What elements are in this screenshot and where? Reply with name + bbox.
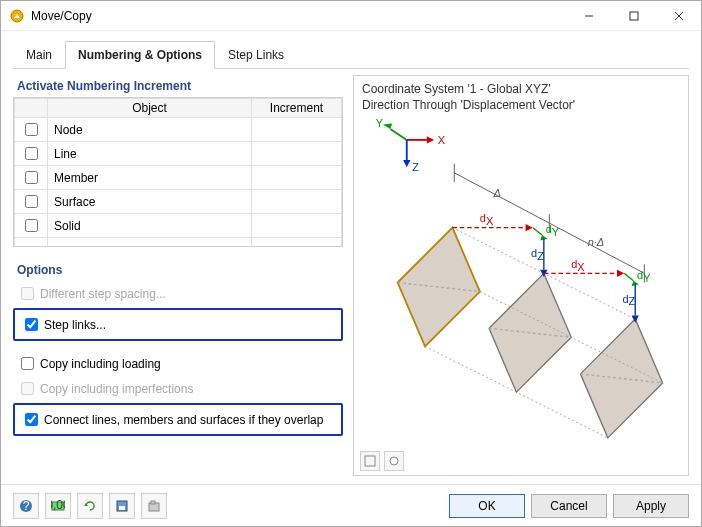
row-increment[interactable] (252, 214, 342, 238)
col-increment: Increment (252, 99, 342, 118)
close-button[interactable] (656, 1, 701, 31)
col-blank (15, 99, 48, 118)
row-increment[interactable] (252, 142, 342, 166)
svg-text:dZ: dZ (622, 293, 635, 308)
svg-rect-50 (119, 506, 125, 510)
maximize-button[interactable] (611, 1, 656, 31)
app-icon (9, 8, 25, 24)
option-connect-overlap[interactable]: Connect lines, members and surfaces if t… (17, 407, 339, 432)
row-increment[interactable] (252, 190, 342, 214)
option-copy-imperf: Copy including imperfections (13, 376, 343, 401)
svg-marker-10 (403, 160, 410, 167)
numbering-group-title: Activate Numbering Increment (17, 79, 343, 93)
titlebar: Move/Copy (1, 1, 701, 31)
help-button[interactable]: ? (13, 493, 39, 519)
svg-line-36 (624, 273, 633, 280)
options-group: Options Different step spacing... Step l… (13, 259, 343, 438)
svg-marker-17 (580, 319, 662, 438)
row-object[interactable]: Solid (48, 214, 252, 238)
svg-text:0,00: 0,00 (51, 499, 65, 512)
tab-step-links[interactable]: Step Links (215, 41, 297, 68)
svg-marker-8 (383, 123, 392, 128)
row-object[interactable]: Surface (48, 190, 252, 214)
svg-marker-34 (617, 270, 624, 277)
preview-toolbar (360, 451, 404, 471)
svg-rect-52 (151, 501, 155, 504)
highlight-step-links: Step links... (13, 308, 343, 341)
dialog-body: Main Numbering & Options Step Links Acti… (1, 31, 701, 484)
checkbox-copy-loading[interactable] (21, 357, 34, 370)
svg-line-27 (533, 228, 542, 235)
axis-y-label: Y (376, 118, 384, 129)
preview-graphic: X Y Z (360, 118, 682, 447)
row-increment[interactable] (252, 118, 342, 142)
content-area: Activate Numbering Increment Object Incr… (13, 75, 689, 476)
row-object[interactable]: Line (48, 142, 252, 166)
ndelta-label: n·Δ (588, 236, 604, 248)
options-title: Options (17, 263, 343, 277)
svg-text:?: ? (23, 499, 30, 513)
dialog-window: Move/Copy Main Numbering & Options Step … (0, 0, 702, 527)
tab-main[interactable]: Main (13, 41, 65, 68)
numbering-table: Object Increment NodeLineMemberSurfaceSo… (13, 97, 343, 247)
preview-panel: Coordinate System '1 - Global XYZ' Direc… (353, 75, 689, 476)
option-diff-spacing: Different step spacing... (13, 281, 343, 306)
ok-button[interactable]: OK (449, 494, 525, 518)
row-checkbox[interactable] (25, 219, 38, 232)
label-step-links: Step links... (44, 318, 106, 332)
table-row: Surface (15, 190, 342, 214)
checkbox-copy-imperf (21, 382, 34, 395)
svg-text:dY: dY (637, 269, 651, 284)
preview-line2: Direction Through 'Displacement Vector' (362, 98, 680, 114)
axis-x-label: X (438, 134, 446, 146)
svg-text:dX: dX (480, 212, 494, 227)
svg-rect-2 (630, 12, 638, 20)
svg-marker-6 (427, 136, 434, 143)
checkbox-connect-overlap[interactable] (25, 413, 38, 426)
row-checkbox[interactable] (25, 123, 38, 136)
row-checkbox[interactable] (25, 171, 38, 184)
refresh-button[interactable] (77, 493, 103, 519)
axis-z-label: Z (412, 161, 419, 173)
left-panel: Activate Numbering Increment Object Incr… (13, 75, 343, 476)
row-checkbox[interactable] (25, 147, 38, 160)
window-title: Move/Copy (31, 9, 566, 23)
row-object[interactable]: Node (48, 118, 252, 142)
tab-numbering-options[interactable]: Numbering & Options (65, 41, 215, 69)
minimize-button[interactable] (566, 1, 611, 31)
preview-line1: Coordinate System '1 - Global XYZ' (362, 82, 680, 98)
svg-rect-42 (365, 456, 375, 466)
row-object[interactable]: Member (48, 166, 252, 190)
save-button[interactable] (109, 493, 135, 519)
label-diff-spacing: Different step spacing... (40, 287, 166, 301)
svg-text:dZ: dZ (531, 247, 544, 262)
table-row: Solid (15, 214, 342, 238)
preview-header: Coordinate System '1 - Global XYZ' Direc… (354, 76, 688, 119)
preview-tool-2[interactable] (384, 451, 404, 471)
row-checkbox[interactable] (25, 195, 38, 208)
option-step-links[interactable]: Step links... (17, 312, 339, 337)
col-object: Object (48, 99, 252, 118)
svg-point-43 (390, 457, 398, 465)
cancel-button[interactable]: Cancel (531, 494, 607, 518)
preview-tool-1[interactable] (360, 451, 380, 471)
svg-marker-15 (398, 228, 480, 347)
svg-line-7 (390, 129, 406, 140)
apply-button[interactable]: Apply (613, 494, 689, 518)
delta-label: Δ (493, 187, 501, 199)
label-copy-loading: Copy including loading (40, 357, 161, 371)
table-row: Member (15, 166, 342, 190)
svg-marker-16 (489, 273, 571, 392)
highlight-connect-overlap: Connect lines, members and surfaces if t… (13, 403, 343, 436)
table-row: Line (15, 142, 342, 166)
load-button[interactable] (141, 493, 167, 519)
label-connect-overlap: Connect lines, members and surfaces if t… (44, 413, 323, 427)
units-button[interactable]: 0,00 (45, 493, 71, 519)
row-increment[interactable] (252, 166, 342, 190)
checkbox-step-links[interactable] (25, 318, 38, 331)
checkbox-diff-spacing (21, 287, 34, 300)
svg-text:dY: dY (546, 223, 560, 238)
label-copy-imperf: Copy including imperfections (40, 382, 193, 396)
table-row: Node (15, 118, 342, 142)
option-copy-loading[interactable]: Copy including loading (13, 351, 343, 376)
